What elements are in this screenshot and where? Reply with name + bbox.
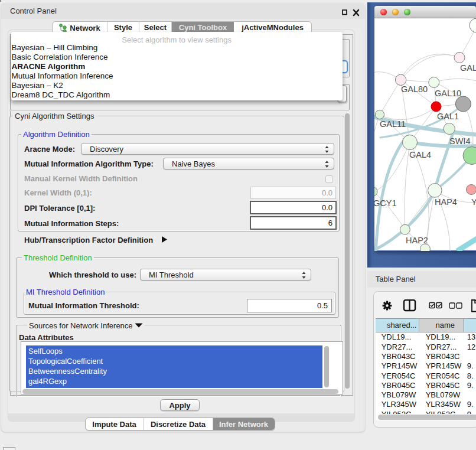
svg-text:GCY1: GCY1 (374, 198, 397, 208)
svg-text:GAL1: GAL1 (437, 112, 459, 121)
svg-text:GAL80: GAL80 (401, 84, 428, 94)
svg-text:GAL4: GAL4 (409, 150, 431, 159)
svg-text:HAP2: HAP2 (406, 236, 428, 245)
svg-text:Y: Y (471, 197, 476, 207)
svg-text:GAL7: GAL7 (460, 63, 476, 73)
svg-text:HAP4: HAP4 (435, 197, 457, 207)
svg-text:GAL10: GAL10 (435, 89, 461, 98)
svg-text:SWI4: SWI4 (449, 136, 470, 146)
svg-text:GAL11: GAL11 (380, 119, 406, 129)
